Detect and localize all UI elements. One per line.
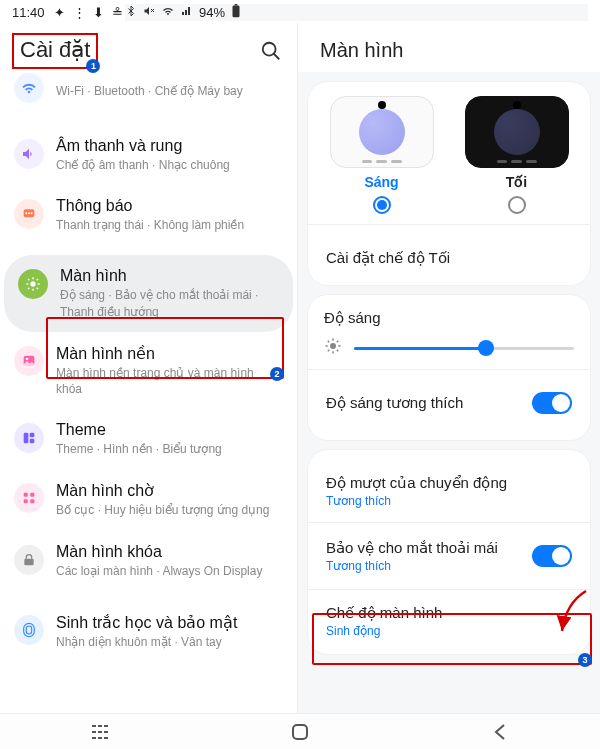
page-title: Cài đặt — [20, 37, 90, 62]
navigation-bar — [0, 713, 600, 749]
adaptive-brightness-label: Độ sáng tương thích — [326, 394, 463, 412]
eye-comfort-row[interactable]: Bảo vệ cho mắt thoải mái Tương thích — [324, 527, 574, 585]
svg-line-18 — [37, 279, 38, 280]
settings-item-subtitle: Wi-Fi · Bluetooth · Chế độ Máy bay — [56, 83, 243, 99]
settings-item-connections[interactable]: Wi-Fi · Bluetooth · Chế độ Máy bay — [0, 81, 297, 115]
brightness-title: Độ sáng — [324, 309, 574, 327]
svg-rect-27 — [30, 500, 34, 504]
settings-item-notifications[interactable]: Thông báo Thanh trạng thái · Không làm p… — [0, 185, 297, 245]
adaptive-brightness-row[interactable]: Độ sáng tương thích — [324, 380, 574, 426]
motion-smoothness-row[interactable]: Độ mượt của chuyển động Tương thích — [324, 464, 574, 518]
status-time: 11:40 — [12, 5, 45, 20]
svg-rect-23 — [30, 439, 35, 444]
radio-dark[interactable] — [508, 196, 526, 214]
nav-home-button[interactable] — [287, 719, 313, 745]
svg-rect-21 — [24, 433, 29, 444]
svg-rect-28 — [24, 558, 33, 565]
annotation-box-2: 2 — [46, 317, 284, 379]
brightness-slider[interactable] — [324, 337, 574, 359]
battery-percent: 94% — [199, 5, 225, 20]
settings-item-biometrics[interactable]: Sinh trắc học và bảo mật Nhận diện khuôn… — [0, 601, 297, 662]
theme-label-dark: Tối — [506, 174, 527, 190]
svg-line-17 — [28, 288, 29, 289]
eye-comfort-sub: Tương thích — [326, 559, 498, 573]
search-icon — [260, 40, 282, 62]
annotation-box-3: 3 — [312, 613, 592, 665]
status-notification-icons: ✦ ⋮ ⬇ ≗ — [54, 5, 125, 20]
status-bar: 11:40 ✦ ⋮ ⬇ ≗ 94% — [0, 0, 600, 23]
eye-comfort-toggle[interactable] — [532, 545, 572, 567]
svg-rect-2 — [233, 5, 240, 17]
svg-line-5 — [274, 54, 280, 60]
settings-item-subtitle: Các loại màn hình · Always On Display — [56, 563, 262, 579]
settings-item-title: Sinh trắc học và bảo mật — [56, 613, 237, 632]
signal-icon — [181, 5, 193, 20]
detail-page-title: Màn hình — [320, 39, 582, 62]
svg-line-37 — [337, 341, 339, 343]
settings-item-sound[interactable]: Âm thanh và rung Chế độ âm thanh · Nhạc … — [0, 125, 297, 185]
notifications-icon — [14, 199, 44, 229]
svg-rect-3 — [235, 4, 238, 5]
settings-item-home[interactable]: Màn hình chờ Bố cục · Huy hiệu biểu tượn… — [0, 469, 297, 530]
nav-recents-button[interactable] — [87, 719, 113, 745]
svg-rect-24 — [24, 493, 28, 497]
radio-light[interactable] — [373, 196, 391, 214]
settings-list-pane: Cài đặt 1 Wi-Fi · Bluetooth · Chế độ Máy… — [0, 23, 298, 749]
svg-point-8 — [28, 213, 30, 215]
settings-item-lockscreen[interactable]: Màn hình khóa Các loại màn hình · Always… — [0, 531, 297, 591]
settings-item-title: Âm thanh và rung — [56, 137, 230, 155]
settings-item-title: Theme — [56, 421, 222, 439]
settings-item-title: Màn hình khóa — [56, 543, 262, 561]
theme-card: Sáng Tối Cài đặt chế độ Tối — [308, 82, 590, 285]
sound-icon — [14, 139, 44, 169]
annotation-badge-1: 1 — [86, 59, 100, 73]
status-left: 11:40 ✦ ⋮ ⬇ ≗ — [12, 5, 125, 20]
theme-icon — [14, 423, 44, 453]
settings-item-title: Màn hình chờ — [56, 481, 269, 500]
fingerprint-icon — [14, 615, 44, 645]
svg-line-36 — [328, 350, 330, 352]
motion-sub: Tương thích — [326, 494, 572, 508]
annotation-badge-2: 2 — [270, 367, 284, 381]
dark-mode-settings-link[interactable]: Cài đặt chế độ Tối — [324, 235, 574, 271]
theme-option-light[interactable]: Sáng — [330, 96, 434, 214]
settings-item-subtitle: Thanh trạng thái · Không làm phiền — [56, 217, 244, 233]
svg-rect-22 — [30, 433, 35, 438]
display-icon — [18, 269, 48, 299]
svg-point-29 — [330, 343, 336, 349]
svg-line-34 — [328, 341, 330, 343]
settings-item-theme[interactable]: Theme Theme · Hình nền · Biểu tượng — [0, 409, 297, 469]
home-icon — [14, 483, 44, 513]
svg-point-20 — [26, 357, 29, 360]
theme-thumb-dark — [465, 96, 569, 168]
theme-option-dark[interactable]: Tối — [465, 96, 569, 214]
svg-point-9 — [31, 213, 33, 215]
svg-line-35 — [337, 350, 339, 352]
settings-item-title: Thông báo — [56, 197, 244, 215]
annotation-badge-3: 3 — [578, 653, 592, 667]
svg-rect-47 — [293, 725, 307, 739]
bluetooth-icon — [125, 5, 137, 20]
theme-thumb-light — [330, 96, 434, 168]
adaptive-brightness-toggle[interactable] — [532, 392, 572, 414]
settings-item-title: Màn hình — [60, 267, 279, 285]
wifi-icon — [161, 5, 175, 20]
search-button[interactable] — [259, 39, 283, 63]
settings-item-subtitle: Chế độ âm thanh · Nhạc chuông — [56, 157, 230, 173]
status-right: 94% — [125, 4, 588, 21]
battery-icon — [231, 4, 241, 21]
eye-comfort-title: Bảo vệ cho mắt thoải mái — [326, 539, 498, 557]
theme-label-light: Sáng — [364, 174, 398, 190]
settings-item-subtitle: Độ sáng · Bảo vệ cho mắt thoải mái · Tha… — [60, 287, 279, 319]
brightness-card: Độ sáng Độ sáng tương thích — [308, 295, 590, 440]
svg-point-4 — [263, 43, 276, 56]
display-settings-pane: Màn hình Sáng Tối — [298, 23, 600, 749]
settings-item-subtitle: Theme · Hình nền · Biểu tượng — [56, 441, 222, 457]
settings-item-subtitle: Nhận diện khuôn mặt · Vân tay — [56, 634, 237, 650]
lock-icon — [14, 545, 44, 575]
motion-title: Độ mượt của chuyển động — [326, 474, 572, 492]
settings-item-subtitle: Bố cục · Huy hiệu biểu tượng ứng dụng — [56, 502, 269, 518]
svg-line-16 — [37, 288, 38, 289]
wallpaper-icon — [14, 346, 44, 376]
nav-back-button[interactable] — [487, 719, 513, 745]
